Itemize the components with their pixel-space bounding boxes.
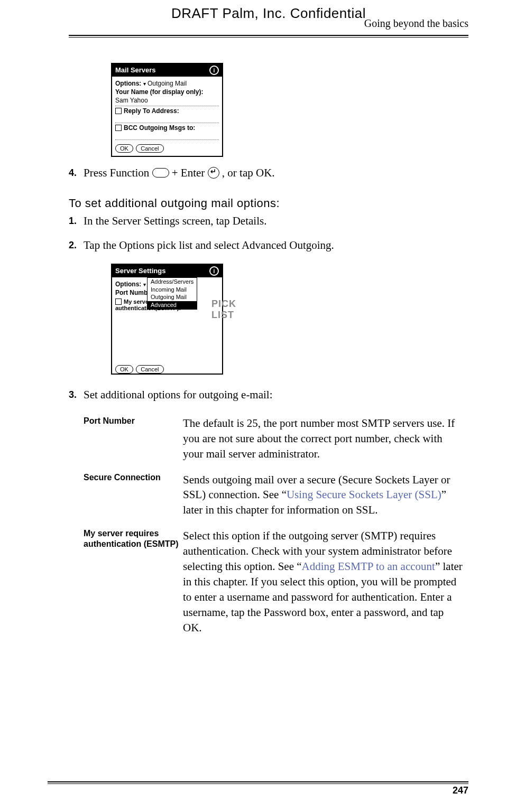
- options-value: Outgoing Mail: [148, 80, 187, 87]
- step-4: 4. Press Function + Enter , or tap OK.: [69, 165, 468, 181]
- info-icon: i: [209, 66, 219, 75]
- enter-key-icon: [208, 167, 219, 179]
- options-label: Options:: [115, 80, 141, 87]
- dialog-title: Server Settings: [115, 267, 165, 275]
- step-3: 3. Set additional options for outgoing e…: [69, 387, 468, 403]
- definition: The default is 25, the port number most …: [183, 410, 468, 467]
- xref-ssl[interactable]: Using Secure Sockets Layer (SSL): [287, 488, 441, 501]
- step-number: 1.: [69, 213, 84, 229]
- picklist-item: Incoming Mail: [148, 286, 197, 294]
- options-label: Options:: [115, 281, 141, 288]
- step-number: 4.: [69, 165, 84, 181]
- step-text: In the Server Settings screen, tap Detai…: [84, 213, 468, 229]
- step-text: + Enter: [172, 166, 208, 179]
- table-row: My server requires authentication (ESMTP…: [84, 523, 468, 641]
- ok-button: OK: [115, 144, 133, 153]
- step-number: 2.: [69, 238, 84, 253]
- procedure-heading: To set additional outgoing mail options:: [69, 197, 468, 210]
- page-number: 247: [48, 785, 468, 796]
- cancel-button: Cancel: [136, 144, 163, 153]
- reply-to-checkbox: Reply To Address:: [115, 108, 219, 115]
- step-text: Tap the Options pick list and select Adv…: [84, 238, 468, 253]
- table-row: Port Number The default is 25, the port …: [84, 410, 468, 467]
- bcc-checkbox: BCC Outgoing Msgs to:: [115, 125, 219, 132]
- yourname-label: Your Name (for display only):: [115, 89, 219, 96]
- info-icon: i: [209, 266, 219, 276]
- options-table: Port Number The default is 25, the port …: [84, 410, 468, 641]
- term-port-number: Port Number: [84, 410, 183, 467]
- term-esmtp: My server requires authentication (ESMTP…: [84, 523, 183, 641]
- yourname-value: Sam Yahoo: [115, 97, 219, 106]
- ok-button: OK: [115, 365, 133, 374]
- step-number: 3.: [69, 387, 84, 403]
- options-picklist: Address/Servers Incoming Mail Outgoing M…: [147, 277, 197, 310]
- step-text: Set additional options for outgoing e-ma…: [84, 387, 468, 403]
- picklist-item: Outgoing Mail: [148, 293, 197, 301]
- step-2: 2. Tap the Options pick list and select …: [69, 238, 468, 253]
- xref-esmtp[interactable]: Adding ESMTP to an account: [302, 560, 435, 573]
- page-footer: 247: [48, 781, 468, 796]
- cancel-button: Cancel: [136, 365, 163, 374]
- step-text: Press Function: [84, 166, 152, 179]
- table-row: Secure Connection Sends outgoing mail ov…: [84, 467, 468, 524]
- dialog-title: Mail Servers: [115, 67, 156, 74]
- definition: Sends outgoing mail over a secure (Secur…: [183, 467, 468, 524]
- step-text: , or tap OK.: [222, 166, 275, 179]
- definition: Select this option if the outgoing serve…: [183, 523, 468, 641]
- callout-pick-list: PICK LIST: [211, 298, 236, 321]
- function-key-icon: [152, 168, 169, 178]
- picklist-item-selected: Advanced: [148, 301, 197, 309]
- picklist-item: Address/Servers: [148, 278, 197, 286]
- figure-server-settings: Server Settings i Options: ▾ Port Numb M…: [90, 264, 223, 375]
- step-1: 1. In the Server Settings screen, tap De…: [69, 213, 468, 229]
- figure-mail-servers: Mail Servers i Options: ▾ Outgoing Mail …: [90, 63, 223, 157]
- term-secure-connection: Secure Connection: [84, 467, 183, 524]
